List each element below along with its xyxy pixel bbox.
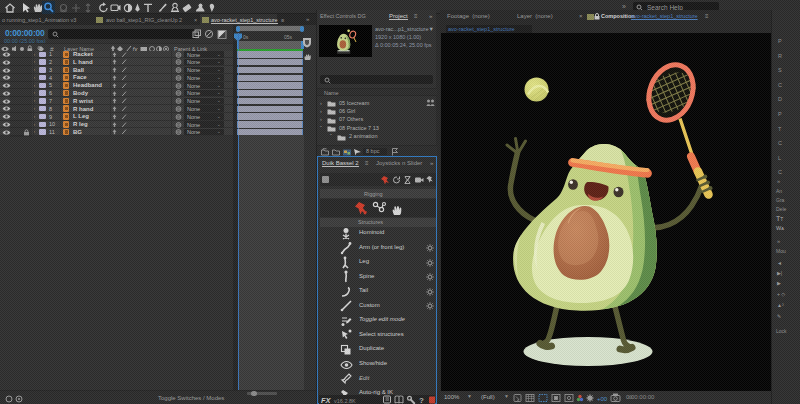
svg-text:?: ? [419, 396, 424, 404]
svg-text:+00: +00 [597, 395, 608, 401]
